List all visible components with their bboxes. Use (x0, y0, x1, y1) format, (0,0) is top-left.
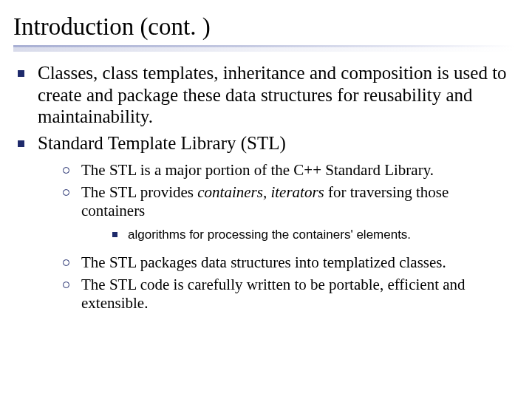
bullet-text: The STL provides containers, iterators f… (81, 183, 449, 220)
bullet-text: Standard Template Library (STL) (38, 133, 286, 153)
bullet-text: algorithms for processing the containers… (128, 227, 411, 243)
list-item: Standard Template Library (STL) The STL … (18, 132, 514, 316)
text-run-italic: containers, iterators (197, 183, 324, 201)
bullet-text: Classes, class templates, inheritance an… (38, 62, 514, 128)
list-item: algorithms for processing the containers… (112, 227, 514, 243)
list-item: The STL packages data structures into te… (63, 253, 514, 273)
square-bullet-icon (18, 140, 24, 147)
circle-bullet-icon (63, 167, 69, 174)
square-bullet-icon (18, 70, 24, 77)
list-item: Classes, class templates, inheritance an… (18, 62, 514, 128)
list-item: The STL provides containers, iterators f… (63, 183, 514, 250)
title-underline (13, 45, 514, 52)
circle-bullet-icon (63, 189, 69, 196)
bullet-text: The STL is a major portion of the C++ St… (81, 161, 434, 180)
square-bullet-icon (112, 232, 117, 237)
bullet-text: The STL code is carefully written to be … (81, 276, 514, 313)
slide: Introduction (cont. ) Classes, class tem… (0, 0, 532, 399)
bullet-list-level1: Classes, class templates, inheritance an… (18, 62, 514, 316)
bullet-text: The STL packages data structures into te… (81, 253, 446, 273)
slide-title: Introduction (cont. ) (13, 13, 514, 41)
bullet-list-level3: algorithms for processing the containers… (112, 227, 514, 243)
circle-bullet-icon (63, 259, 69, 266)
circle-bullet-icon (63, 282, 69, 288)
list-item: The STL code is carefully written to be … (63, 276, 514, 313)
text-run: The STL provides (81, 183, 197, 201)
bullet-list-level2: The STL is a major portion of the C++ St… (63, 161, 514, 313)
list-item: The STL is a major portion of the C++ St… (63, 161, 514, 180)
